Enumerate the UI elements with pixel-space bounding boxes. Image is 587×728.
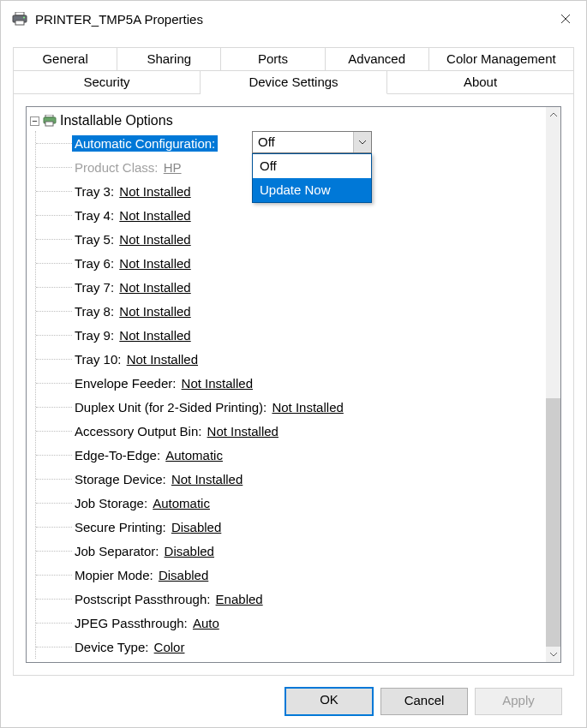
setting-label[interactable]: Device Type: Color	[72, 639, 187, 655]
tab-device-settings[interactable]: Device Settings	[201, 70, 387, 94]
setting-label[interactable]: Edge-To-Edge: Automatic	[72, 447, 225, 463]
ok-button[interactable]: OK	[285, 687, 374, 716]
setting-label[interactable]: Tray 5: Not Installed	[72, 231, 194, 248]
setting-label[interactable]: Automatic Configuration:	[72, 135, 218, 152]
tab-ports[interactable]: Ports	[221, 47, 325, 70]
collapse-icon[interactable]: −	[30, 116, 39, 126]
setting-value[interactable]: Automatic	[153, 496, 210, 510]
setting-name: Tray 9:	[75, 328, 114, 343]
setting-label[interactable]: Envelope Feeder: Not Installed	[72, 375, 255, 391]
tree-connector	[36, 299, 72, 323]
tree-row[interactable]: Job Separator: Disabled	[36, 539, 546, 563]
scroll-up-icon[interactable]	[546, 107, 560, 122]
setting-label[interactable]: Tray 3: Not Installed	[72, 183, 194, 200]
tree-connector	[36, 203, 72, 227]
tree-connector	[36, 443, 72, 467]
setting-name: Tray 5:	[75, 232, 114, 247]
setting-label[interactable]: Postscript Passthrough: Enabled	[72, 591, 266, 607]
setting-label[interactable]: Tray 9: Not Installed	[72, 327, 194, 343]
setting-value[interactable]: Not Installed	[119, 280, 190, 295]
setting-label[interactable]: Storage Device: Not Installed	[72, 471, 245, 487]
tab-color-management[interactable]: Color Management	[429, 47, 574, 70]
tree-row[interactable]: Mopier Mode: Disabled	[36, 563, 546, 587]
setting-value[interactable]: Not Installed	[119, 328, 190, 343]
scroll-down-icon[interactable]	[546, 647, 560, 662]
tree-row[interactable]: JPEG Passthrough: Auto	[36, 611, 546, 635]
setting-label[interactable]: Tray 10: Not Installed	[72, 351, 201, 367]
setting-value[interactable]: Not Installed	[119, 256, 190, 271]
setting-label[interactable]: Job Separator: Disabled	[72, 543, 217, 559]
tree-row[interactable]: Storage Device: Not Installed	[36, 467, 546, 491]
setting-value[interactable]: Disabled	[159, 568, 208, 582]
auto-config-dropdown[interactable]: OffUpdate Now	[252, 153, 372, 203]
setting-value[interactable]: Disabled	[165, 544, 214, 558]
setting-label[interactable]: Secure Printing: Disabled	[72, 519, 224, 535]
setting-value[interactable]: Not Installed	[119, 232, 190, 247]
setting-name: Edge-To-Edge:	[75, 448, 160, 462]
setting-value[interactable]: Disabled	[171, 520, 221, 534]
cancel-button[interactable]: Cancel	[380, 688, 468, 715]
scroll-thumb[interactable]	[546, 398, 560, 647]
setting-name: Tray 10:	[75, 352, 121, 367]
setting-value[interactable]: Not Installed	[119, 184, 190, 199]
setting-value[interactable]: Color	[154, 640, 185, 654]
tree-row[interactable]: Job Storage: Automatic	[36, 491, 546, 515]
tree-row[interactable]: Tray 10: Not Installed	[36, 347, 546, 371]
combo-option[interactable]: Update Now	[253, 178, 371, 202]
setting-label[interactable]: Tray 4: Not Installed	[72, 207, 194, 224]
setting-name: Product Class:	[75, 160, 159, 175]
tree-row[interactable]: Duplex Unit (for 2-Sided Printing): Not …	[36, 395, 546, 419]
tree-row[interactable]: Edge-To-Edge: Automatic	[36, 443, 546, 467]
tree-row[interactable]: Tray 8: Not Installed	[36, 299, 546, 323]
tree-connector	[36, 131, 72, 155]
setting-value[interactable]: Automatic	[165, 448, 223, 462]
printer-tree-icon	[43, 114, 57, 128]
setting-label[interactable]: JPEG Passthrough: Auto	[72, 615, 222, 631]
tab-security[interactable]: Security	[13, 70, 201, 94]
tree-row[interactable]: Device Type: Color	[36, 635, 546, 659]
setting-value[interactable]: Not Installed	[182, 376, 253, 391]
setting-value[interactable]: Not Installed	[171, 472, 243, 486]
setting-label[interactable]: Tray 7: Not Installed	[72, 279, 194, 295]
close-button[interactable]	[545, 1, 586, 37]
setting-value[interactable]: Not Installed	[127, 352, 198, 367]
tree-root-row[interactable]: − Installable Options	[30, 110, 546, 131]
tab-sharing[interactable]: Sharing	[117, 47, 221, 70]
setting-value[interactable]: Enabled	[216, 592, 263, 606]
setting-value[interactable]: Not Installed	[119, 208, 190, 223]
setting-value[interactable]: Auto	[193, 616, 219, 630]
tree-connector	[36, 347, 72, 371]
setting-label[interactable]: Tray 8: Not Installed	[72, 303, 194, 319]
tree-row[interactable]: Tray 9: Not Installed	[36, 323, 546, 347]
tab-advanced[interactable]: Advanced	[326, 47, 429, 70]
setting-label[interactable]: Job Storage: Automatic	[72, 495, 213, 511]
settings-tree[interactable]: − Installable Options	[27, 107, 546, 662]
tree-row[interactable]: Tray 5: Not Installed	[36, 227, 546, 251]
tree-row[interactable]: Tray 7: Not Installed	[36, 275, 546, 299]
setting-value[interactable]: Not Installed	[119, 304, 190, 319]
setting-label[interactable]: Mopier Mode: Disabled	[72, 567, 211, 583]
combo-selected-text: Off	[253, 132, 353, 152]
tree-row[interactable]: Postscript Passthrough: Enabled	[36, 587, 546, 611]
window-title: PRINTER_TMP5A Properties	[35, 12, 545, 27]
tree-connector	[36, 539, 72, 563]
tree-row[interactable]: Accessory Output Bin: Not Installed	[36, 419, 546, 443]
auto-config-combobox[interactable]: Off	[252, 131, 372, 153]
setting-label[interactable]: Duplex Unit (for 2-Sided Printing): Not …	[72, 399, 346, 415]
vertical-scrollbar[interactable]	[546, 107, 560, 662]
setting-value[interactable]: Not Installed	[272, 400, 343, 415]
setting-name: Job Storage:	[75, 496, 147, 510]
tab-about[interactable]: About	[387, 70, 574, 94]
tree-connector	[36, 467, 72, 491]
tree-row[interactable]: Tray 4: Not Installed	[36, 203, 546, 227]
chevron-down-icon[interactable]	[353, 132, 371, 152]
tree-row[interactable]: Tray 6: Not Installed	[36, 251, 546, 275]
tab-general[interactable]: General	[13, 47, 117, 70]
setting-name: Tray 7:	[75, 280, 114, 295]
setting-value[interactable]: Not Installed	[207, 424, 279, 439]
tree-row[interactable]: Secure Printing: Disabled	[36, 515, 546, 539]
combo-option[interactable]: Off	[253, 154, 371, 178]
setting-label[interactable]: Accessory Output Bin: Not Installed	[72, 423, 281, 439]
tree-row[interactable]: Envelope Feeder: Not Installed	[36, 371, 546, 395]
setting-label[interactable]: Tray 6: Not Installed	[72, 255, 194, 272]
